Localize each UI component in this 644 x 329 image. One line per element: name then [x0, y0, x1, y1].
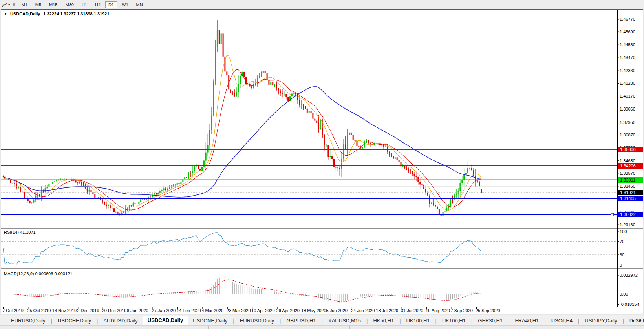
chart-tool-icon[interactable] [1, 2, 8, 8]
status-divider [208, 326, 209, 329]
timeframe-button-h1[interactable]: H1 [79, 1, 90, 8]
macd-indicator-label: MACD(12,26,9) 0.000603 0.003121 [4, 271, 72, 276]
tab-separator: | [399, 318, 401, 324]
chart-title: ▼ USDCAD,Daily 1.32224 1.32237 1.31898 1… [4, 11, 110, 16]
collapse-triangle-icon[interactable]: ▼ [4, 12, 7, 16]
tab-usdjpy-daily[interactable]: USDJPY,Daily [580, 316, 622, 325]
timeframe-button-m1[interactable]: M1 [18, 1, 31, 8]
chart-ohlc-values: 1.32224 1.32237 1.31898 1.31921 [43, 11, 109, 16]
timeframe-button-h4[interactable]: H4 [92, 1, 104, 8]
tab-usoil-h4[interactable]: USOil,H4 [547, 316, 577, 325]
tabs-scroll-right-icon[interactable]: ► [639, 318, 642, 322]
tab-separator: | [543, 318, 546, 324]
timeframe-button-w1[interactable]: W1 [119, 1, 132, 8]
tab-fra40-h1[interactable]: FRA40,H1 [510, 316, 544, 325]
timeframe-button-d1[interactable]: D1 [105, 1, 117, 8]
tab-ger30-h1[interactable]: GER30,H1 [473, 316, 507, 325]
tab-separator: | [321, 318, 324, 324]
tab-uk100-h1[interactable]: UK100,H1 [402, 316, 435, 325]
tab-xauusd-m15[interactable]: XAUUSD,M15 [324, 316, 366, 325]
tab-audusd-daily[interactable]: AUDUSD,Daily [99, 316, 142, 325]
tab-separator: | [577, 318, 580, 324]
tab-separator: | [507, 318, 510, 324]
timeframe-button-m30[interactable]: M30 [62, 1, 77, 8]
status-divider [491, 326, 491, 329]
timeframe-toolbar: ▾ M1M5M15M30H1H4D1W1MN [0, 0, 644, 9]
rsi-indicator-label: RSI(14) 41.1071 [4, 230, 36, 234]
timeframe-button-mn[interactable]: MN [133, 1, 146, 8]
tab-separator: | [435, 318, 437, 324]
tab-separator: | [232, 318, 235, 324]
tab-separator: | [279, 318, 282, 324]
tab-uk100-h1[interactable]: UK100,H1 [437, 316, 470, 325]
timeframe-button-m15[interactable]: M15 [46, 1, 60, 8]
tab-usdcnh-daily[interactable]: USDCNH,Daily [188, 316, 232, 325]
tab-separator: | [366, 318, 368, 324]
tab-separator: | [50, 318, 53, 324]
tab-usdchf-daily[interactable]: USDCHF,Daily [53, 316, 96, 325]
status-bar [0, 325, 644, 329]
tab-separator: | [470, 318, 473, 324]
hline-drag-handle[interactable] [611, 213, 614, 216]
tab-hk50-h1[interactable]: HK50,H1 [368, 316, 399, 325]
chart-tabbar: EURUSD,Daily|USDCHF,Daily|AUDUSD,DailyUS… [0, 315, 644, 326]
tab-eurusd-daily[interactable]: EURUSD,Daily [6, 316, 50, 325]
timeframe-button-m5[interactable]: M5 [32, 1, 44, 8]
tool-dropdown-caret-icon[interactable]: ▾ [8, 3, 10, 7]
tab-usdcad-daily[interactable]: USDCAD,Daily [143, 316, 188, 325]
status-divider [349, 326, 350, 329]
tab-separator: | [622, 318, 624, 324]
toolbar-grip-handle[interactable] [13, 2, 15, 7]
chart-canvas[interactable] [0, 0, 644, 329]
tab-separator: | [96, 318, 99, 324]
tabs-scroll-left-icon[interactable]: ◄ [631, 318, 635, 322]
tab-gbpusd-h1[interactable]: GBPUSD,H1 [282, 316, 320, 325]
toolbar-separator [150, 2, 150, 8]
timeframe-buttons: M1M5M15M30H1H4D1W1MN [18, 1, 147, 8]
tab-eurusd-daily[interactable]: EURUSD,Daily [235, 316, 279, 325]
chart-tabs: EURUSD,Daily|USDCHF,Daily|AUDUSD,DailyUS… [0, 315, 644, 326]
trading-terminal-window: ▾ M1M5M15M30H1H4D1W1MN ▼ USDCAD,Daily 1.… [0, 0, 644, 329]
chart-symbol-title: USDCAD,Daily [10, 11, 40, 16]
